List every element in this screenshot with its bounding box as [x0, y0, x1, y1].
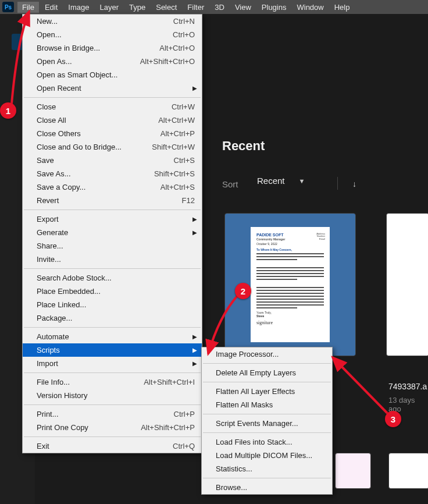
- file-menu-item-label: Browse in Bridge...: [37, 44, 159, 52]
- file-menu-item-label: Exit: [37, 442, 173, 450]
- file-menu-item-shortcut: Alt+Ctrl+W: [158, 116, 195, 125]
- file-menu-item-19[interactable]: Invite...: [23, 253, 202, 266]
- sort-dropdown[interactable]: Recent ▼: [257, 176, 305, 186]
- scripts-menu-item-7[interactable]: Script Events Manager...: [202, 417, 332, 430]
- menubar-item-select[interactable]: Select: [151, 2, 181, 13]
- file-menu-item-22[interactable]: Place Embedded...: [23, 285, 202, 298]
- sort-value: Recent: [257, 176, 285, 186]
- sort-label: Sort: [222, 179, 238, 189]
- file-menu-item-8[interactable]: Close AllAlt+Ctrl+W: [23, 113, 202, 127]
- file-menu-item-label: Package...: [37, 314, 195, 322]
- scripts-menu-separator: [203, 478, 331, 478]
- file-menu-item-shortcut: Alt+Shift+Ctrl+I: [144, 378, 195, 386]
- scripts-menu-item-label: Load Files into Stack...: [216, 438, 325, 446]
- file-menu-item-31[interactable]: Version History: [23, 389, 202, 402]
- file-menu-item-28[interactable]: Import▶: [23, 357, 202, 370]
- file-menu-item-1[interactable]: Open...Ctrl+O: [23, 28, 202, 41]
- recent-thumb-4[interactable]: [388, 453, 428, 489]
- file-menu-item-shortcut: Alt+Shift+Ctrl+O: [140, 57, 195, 66]
- file-menu-item-shortcut: F12: [182, 196, 195, 205]
- file-menu-item-shortcut: Alt+Ctrl+O: [159, 44, 195, 52]
- document-preview: Address Number Email PADIDE SOFT Communi…: [251, 227, 330, 342]
- menubar-item-layer[interactable]: Layer: [95, 2, 124, 13]
- file-menu-item-label: Automate: [37, 332, 195, 341]
- submenu-arrow-icon: ▶: [192, 360, 197, 367]
- submenu-arrow-icon: ▶: [192, 347, 197, 353]
- menubar-item-image[interactable]: Image: [63, 2, 94, 13]
- file-menu-item-11[interactable]: SaveCtrl+S: [23, 154, 202, 167]
- file-menu-item-27[interactable]: Scripts▶: [23, 343, 202, 357]
- file-menu-item-7[interactable]: CloseCtrl+W: [23, 100, 202, 113]
- app-icon: Ps: [2, 2, 14, 12]
- menubar-item-file[interactable]: File: [17, 2, 39, 13]
- scripts-menu-separator: [203, 414, 331, 414]
- file-menu-item-24[interactable]: Package...: [23, 311, 202, 325]
- menubar-item-filter[interactable]: Filter: [183, 2, 209, 13]
- file-menu-item-label: Revert: [37, 196, 182, 205]
- file-menu-item-33[interactable]: Print...Ctrl+P: [23, 407, 202, 421]
- menubar-item-view[interactable]: View: [230, 2, 256, 13]
- menubar-item-help[interactable]: Help: [330, 2, 355, 13]
- recent-thumb-2[interactable]: [386, 213, 428, 356]
- file-menu-item-21[interactable]: Search Adobe Stock...: [23, 271, 202, 285]
- scripts-menu-item-13[interactable]: Browse...: [202, 481, 332, 494]
- file-menu-item-0[interactable]: New...Ctrl+N: [23, 15, 202, 28]
- menubar: Ps FileEditImageLayerTypeSelectFilter3DV…: [0, 0, 428, 14]
- menubar-item-window[interactable]: Window: [292, 2, 328, 13]
- file-menu-item-label: Close All: [37, 116, 158, 125]
- file-menu-item-9[interactable]: Close OthersAlt+Ctrl+P: [23, 127, 202, 140]
- menubar-item-type[interactable]: Type: [124, 2, 150, 13]
- file-menu-item-34[interactable]: Print One CopyAlt+Shift+Ctrl+P: [23, 421, 202, 434]
- file-menu-item-label: Generate: [37, 228, 195, 237]
- file-menu-item-12[interactable]: Save As...Shift+Ctrl+S: [23, 167, 202, 180]
- file-menu-item-shortcut: Ctrl+O: [173, 30, 195, 39]
- file-menu-item-3[interactable]: Open As...Alt+Shift+Ctrl+O: [23, 55, 202, 68]
- file-menu-item-13[interactable]: Save a Copy...Alt+Ctrl+S: [23, 180, 202, 194]
- scripts-menu-item-2[interactable]: Delete All Empty Layers: [202, 366, 332, 379]
- scripts-menu-item-9[interactable]: Load Files into Stack...: [202, 435, 332, 449]
- recent-file-name: 7493387.a: [388, 382, 427, 391]
- submenu-arrow-icon: ▶: [192, 216, 197, 222]
- scripts-menu-item-10[interactable]: Load Multiple DICOM Files...: [202, 449, 332, 462]
- recent-thumb-3[interactable]: [335, 453, 371, 489]
- sort-direction-button[interactable]: ↓: [352, 179, 356, 189]
- file-menu-item-2[interactable]: Browse in Bridge...Alt+Ctrl+O: [23, 41, 202, 55]
- file-menu-item-16[interactable]: Export▶: [23, 212, 202, 226]
- file-menu-item-5[interactable]: Open Recent▶: [23, 81, 202, 95]
- file-menu-item-14[interactable]: RevertF12: [23, 194, 202, 207]
- file-menu-item-label: Version History: [37, 391, 195, 400]
- file-menu-item-label: Open Recent: [37, 84, 195, 93]
- file-menu-item-18[interactable]: Share...: [23, 239, 202, 253]
- file-menu-item-4[interactable]: Open as Smart Object...: [23, 68, 202, 81]
- scripts-menu-item-label: Image Processor...: [216, 350, 325, 359]
- menubar-item-plugins[interactable]: Plugins: [257, 2, 291, 13]
- file-menu-item-label: Save As...: [37, 169, 154, 178]
- step-badge-3: 3: [385, 411, 401, 427]
- scripts-menu-item-4[interactable]: Flatten All Layer Effects: [202, 385, 332, 398]
- scripts-menu-item-5[interactable]: Flatten All Masks: [202, 398, 332, 411]
- file-menu-item-shortcut: Ctrl+W: [172, 102, 195, 111]
- file-menu-item-shortcut: Shift+Ctrl+W: [152, 143, 195, 151]
- step-badge-2: 2: [235, 283, 251, 299]
- menubar-item-3d[interactable]: 3D: [210, 2, 229, 13]
- file-menu-item-10[interactable]: Close and Go to Bridge...Shift+Ctrl+W: [23, 140, 202, 154]
- file-menu-separator: [24, 97, 201, 98]
- scripts-menu-item-0[interactable]: Image Processor...: [202, 347, 332, 361]
- file-menu-item-26[interactable]: Automate▶: [23, 330, 202, 343]
- file-menu-item-shortcut: Alt+Ctrl+P: [160, 129, 195, 138]
- file-menu-item-17[interactable]: Generate▶: [23, 226, 202, 239]
- scripts-menu-item-label: Load Multiple DICOM Files...: [216, 451, 325, 460]
- file-menu-item-label: Open as Smart Object...: [37, 70, 195, 79]
- recent-heading: Recent: [222, 139, 265, 154]
- file-menu-separator: [24, 210, 201, 210]
- file-menu-item-23[interactable]: Place Linked...: [23, 298, 202, 311]
- file-menu-item-30[interactable]: File Info...Alt+Shift+Ctrl+I: [23, 375, 202, 389]
- scripts-menu-separator: [203, 382, 331, 382]
- file-menu-item-label: Open As...: [37, 57, 140, 66]
- file-menu-item-36[interactable]: ExitCtrl+Q: [23, 439, 202, 453]
- menubar-item-edit[interactable]: Edit: [40, 2, 62, 13]
- scripts-menu-item-11[interactable]: Statistics...: [202, 462, 332, 475]
- file-menu-separator: [24, 372, 201, 373]
- file-menu-item-shortcut: Alt+Ctrl+S: [160, 183, 195, 191]
- file-menu-item-label: Invite...: [37, 255, 195, 264]
